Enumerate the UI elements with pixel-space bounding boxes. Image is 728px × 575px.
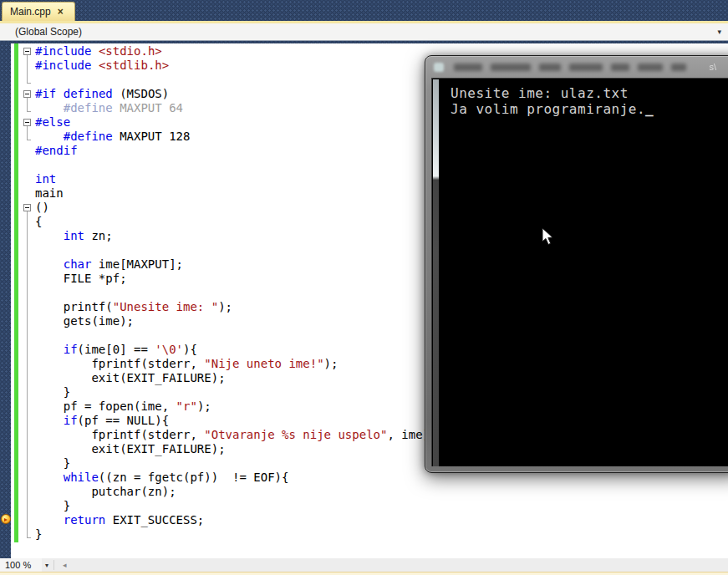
zoom-level-dropdown[interactable]: 100 % [0, 558, 42, 572]
fold-collapse-icon[interactable] [22, 87, 35, 101]
code-line[interactable] [22, 243, 436, 257]
tab-title: Main.cpp [10, 6, 51, 18]
code-text: { [35, 215, 42, 229]
code-line[interactable]: if(pf == NULL){ [22, 414, 436, 428]
fold-margin [22, 172, 35, 186]
code-line[interactable]: if(ime[0] == '\0'){ [22, 343, 436, 357]
code-line[interactable]: } [22, 456, 436, 471]
fold-margin [22, 215, 35, 229]
fold-margin [22, 101, 35, 115]
code-text: #else [35, 115, 70, 130]
code-line[interactable]: main [22, 186, 436, 201]
code-text: putchar(zn); [35, 485, 176, 499]
fold-margin [22, 357, 35, 371]
code-text: () [35, 201, 49, 215]
code-line[interactable]: } [22, 499, 436, 513]
code-line[interactable]: { [22, 215, 436, 229]
fold-margin [22, 130, 35, 144]
code-line[interactable]: putchar(zn); [22, 485, 436, 499]
code-line[interactable]: pf = fopen(ime, "r"); [22, 399, 436, 414]
fold-margin [22, 286, 35, 300]
fold-margin [22, 73, 35, 87]
track-changes-bar [14, 43, 18, 542]
code-line[interactable]: } [22, 385, 436, 399]
fold-margin [22, 399, 35, 414]
code-text: main [35, 186, 64, 201]
code-text: int [35, 172, 56, 186]
navigation-bar: (Global Scope) ▾ [0, 23, 728, 41]
fold-collapse-icon[interactable] [22, 201, 35, 215]
code-line[interactable]: fprintf(stderr, "Nije uneto ime!"); [22, 357, 436, 371]
code-line[interactable] [22, 158, 436, 172]
code-line[interactable]: fprintf(stderr, "Otvaranje %s nije uspel… [22, 428, 436, 442]
fold-margin [22, 485, 35, 499]
console-text: Unesite ime: ulaz.txtJa volim programira… [451, 85, 654, 117]
blurred-title-text [454, 64, 686, 71]
chevron-down-icon[interactable]: ▾ [42, 562, 53, 569]
code-lines[interactable]: #include <stdio.h>#include <stdlib.h>#if… [22, 44, 436, 542]
breakpoint-margin[interactable] [0, 43, 11, 558]
current-line-marker-icon[interactable] [1, 514, 11, 524]
code-line[interactable]: int [22, 172, 436, 186]
code-text: } [35, 499, 70, 513]
code-text: } [35, 456, 70, 471]
code-line[interactable]: #include <stdio.h> [22, 44, 436, 59]
fold-margin [22, 257, 35, 272]
fold-margin [22, 414, 35, 428]
code-line[interactable]: #include <stdlib.h> [22, 59, 436, 73]
code-line[interactable]: gets(ime); [22, 314, 436, 328]
fold-margin [22, 328, 35, 343]
code-text: fprintf(stderr, "Nije uneto ime!"); [35, 357, 338, 371]
code-text: #if defined (MSDOS) [35, 87, 169, 101]
fold-margin [22, 158, 35, 172]
chevron-down-icon[interactable]: ▾ [717, 28, 721, 36]
fold-margin [22, 343, 35, 357]
tab-main-cpp[interactable]: Main.cpp × [2, 2, 75, 21]
code-line[interactable]: return EXIT_SUCCESS; [22, 513, 436, 527]
code-line[interactable] [22, 73, 436, 87]
console-title-tail: s\ [709, 62, 728, 72]
tab-strip: Main.cpp × [0, 0, 728, 21]
code-text: #endif [35, 144, 78, 158]
fold-margin [22, 144, 35, 158]
code-text: pf = fopen(ime, "r"); [35, 399, 211, 414]
code-line[interactable]: exit(EXIT_FAILURE); [22, 442, 436, 456]
code-line[interactable] [22, 328, 436, 343]
console-window[interactable]: s\ Unesite ime: ulaz.txtJa volim program… [425, 55, 728, 473]
code-text: if(ime[0] == '\0'){ [35, 343, 197, 357]
code-line[interactable]: while((zn = fgetc(pf)) != EOF){ [22, 471, 436, 485]
code-line[interactable] [22, 286, 436, 300]
code-line[interactable]: exit(EXIT_FAILURE); [22, 371, 436, 385]
fold-margin [22, 385, 35, 399]
code-line[interactable]: } [22, 527, 436, 542]
code-line[interactable]: char ime[MAXPUT]; [22, 257, 436, 272]
console-scrollbar[interactable] [433, 79, 439, 466]
fold-margin [22, 300, 35, 314]
console-output-area[interactable]: Unesite ime: ulaz.txtJa volim programira… [431, 78, 728, 466]
fold-margin [22, 314, 35, 328]
fold-margin [22, 59, 35, 73]
fold-margin [22, 428, 35, 442]
code-line[interactable]: () [22, 201, 436, 215]
fold-margin [22, 442, 35, 456]
code-line[interactable]: #endif [22, 144, 436, 158]
scope-dropdown[interactable]: (Global Scope) [0, 26, 82, 38]
code-line[interactable]: int zn; [22, 229, 436, 243]
close-icon[interactable]: × [58, 7, 64, 17]
zoom-level-value: 100 % [5, 560, 31, 570]
fold-margin [22, 471, 35, 485]
fold-margin [22, 499, 35, 513]
code-line[interactable]: #define MAXPUT 128 [22, 130, 436, 144]
fold-collapse-icon[interactable] [22, 115, 35, 130]
fold-collapse-icon[interactable] [22, 44, 35, 59]
console-titlebar[interactable]: s\ [425, 56, 728, 78]
code-line[interactable]: #else [22, 115, 436, 130]
code-line[interactable]: printf("Unesite ime: "); [22, 300, 436, 314]
fold-margin [22, 186, 35, 201]
scroll-left-icon[interactable]: ◂ [59, 561, 70, 569]
horizontal-scrollbar[interactable]: 100 % ▾ ◂ [0, 558, 728, 572]
code-line[interactable]: #define MAXPUT 64 [22, 101, 436, 115]
code-line[interactable]: FILE *pf; [22, 272, 436, 286]
code-text: return EXIT_SUCCESS; [35, 513, 204, 527]
code-line[interactable]: #if defined (MSDOS) [22, 87, 436, 101]
